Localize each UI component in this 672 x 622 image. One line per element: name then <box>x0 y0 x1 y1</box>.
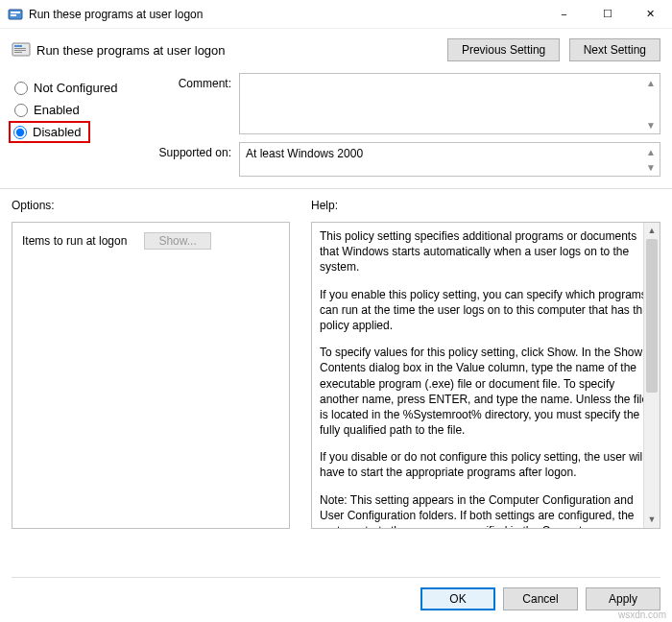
minimize-button[interactable]: − <box>542 0 586 28</box>
cancel-button[interactable]: Cancel <box>503 587 578 610</box>
help-text: If you enable this policy setting, you c… <box>320 287 652 334</box>
radio-disabled-label: Disabled <box>33 125 82 139</box>
scroll-up-icon[interactable]: ▲ <box>644 145 658 158</box>
radio-enabled-input[interactable] <box>14 104 28 117</box>
watermark: wsxdn.com <box>618 610 666 620</box>
svg-rect-3 <box>12 43 30 56</box>
svg-rect-7 <box>14 52 22 53</box>
supported-label: Supported on: <box>151 142 231 159</box>
scroll-up-icon[interactable]: ▲ <box>644 223 660 239</box>
scroll-thumb[interactable] <box>646 239 658 393</box>
show-button: Show... <box>144 232 210 250</box>
window-title: Run these programs at user logon <box>29 8 542 21</box>
svg-rect-4 <box>14 45 22 47</box>
help-panel: This policy setting specifies additional… <box>311 222 660 529</box>
previous-setting-button[interactable]: Previous Setting <box>447 38 560 61</box>
dialog-footer: OK Cancel Apply <box>12 577 660 610</box>
next-setting-button[interactable]: Next Setting <box>569 38 660 61</box>
policy-icon <box>8 7 23 22</box>
comment-textarea[interactable]: ▲ ▼ <box>239 73 660 134</box>
maximize-button[interactable]: ☐ <box>586 0 629 28</box>
scrollbar[interactable]: ▲ ▼ <box>643 223 660 528</box>
titlebar: Run these programs at user logon − ☐ ✕ <box>0 0 672 29</box>
items-to-run-label: Items to run at logon <box>22 234 127 248</box>
scroll-down-icon[interactable]: ▼ <box>644 512 660 528</box>
svg-rect-5 <box>14 48 26 49</box>
ok-button[interactable]: OK <box>420 587 495 610</box>
scroll-down-icon[interactable]: ▼ <box>644 160 658 174</box>
scroll-up-icon[interactable]: ▲ <box>644 76 658 89</box>
divider <box>0 188 672 189</box>
supported-on-text: At least Windows 2000 <box>246 147 363 160</box>
help-text: Note: This setting appears in the Comput… <box>320 492 652 529</box>
radio-enabled[interactable]: Enabled <box>12 99 141 121</box>
comment-label: Comment: <box>151 73 231 90</box>
radio-not-configured-label: Not Configured <box>34 81 117 95</box>
options-heading: Options: <box>12 195 290 222</box>
svg-rect-6 <box>14 50 26 51</box>
supported-on-box: At least Windows 2000 ▲ ▼ <box>239 142 660 177</box>
help-text: To specify values for this policy settin… <box>320 345 652 438</box>
header: Run these programs at user logon Previou… <box>0 29 672 69</box>
svg-rect-2 <box>11 14 16 16</box>
radio-disabled-input[interactable] <box>13 126 27 139</box>
radio-disabled[interactable]: Disabled <box>9 121 90 143</box>
help-text: If you disable or do not configure this … <box>320 449 652 480</box>
page-title: Run these programs at user logon <box>36 43 442 58</box>
help-heading: Help: <box>311 195 660 222</box>
scroll-track[interactable] <box>644 239 660 512</box>
radio-not-configured[interactable]: Not Configured <box>12 77 141 99</box>
apply-button[interactable]: Apply <box>586 587 660 610</box>
state-radio-group: Not Configured Enabled Disabled <box>12 73 141 177</box>
scroll-down-icon[interactable]: ▼ <box>644 118 658 132</box>
policy-large-icon <box>12 40 31 60</box>
options-panel: Items to run at logon Show... <box>12 222 290 529</box>
close-button[interactable]: ✕ <box>629 0 672 28</box>
radio-enabled-label: Enabled <box>34 103 80 117</box>
help-text: This policy setting specifies additional… <box>320 228 652 275</box>
svg-rect-1 <box>11 12 20 13</box>
radio-not-configured-input[interactable] <box>14 82 28 95</box>
